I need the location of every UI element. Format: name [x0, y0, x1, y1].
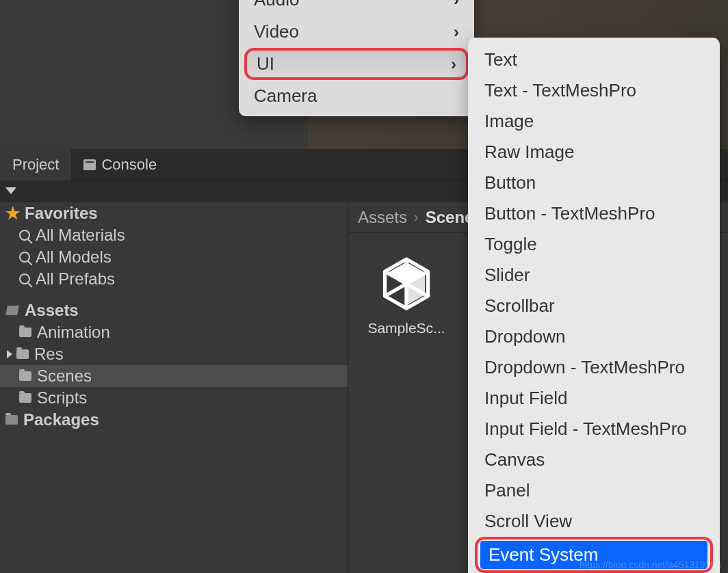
- ui-submenu: Text Text - TextMeshPro Image Raw Image …: [468, 38, 720, 573]
- console-icon: [83, 159, 96, 170]
- filter-dropdown-icon[interactable]: [5, 187, 16, 194]
- menu-item-canvas[interactable]: Canvas: [468, 444, 720, 475]
- folder-open-icon: [5, 306, 19, 315]
- folder-scripts[interactable]: Scripts: [0, 387, 348, 409]
- search-icon: [19, 252, 30, 263]
- favorites-header[interactable]: ★ Favorites: [0, 202, 348, 224]
- asset-label: SampleSc...: [362, 320, 451, 336]
- asset-samplescene[interactable]: SampleSc...: [362, 253, 451, 336]
- folder-icon: [19, 371, 31, 381]
- star-icon: ★: [5, 204, 21, 223]
- folder-icon: [19, 393, 31, 403]
- chevron-right-icon: ›: [414, 209, 419, 225]
- chevron-right-icon: ›: [451, 55, 456, 74]
- menu-item-camera[interactable]: Camera: [239, 80, 474, 112]
- menu-item-button-tmp[interactable]: Button - TextMeshPro: [468, 198, 720, 229]
- menu-item-slider[interactable]: Slider: [468, 260, 720, 291]
- breadcrumb-root[interactable]: Assets: [358, 208, 407, 227]
- watermark: https://blog.csdn.net/a451319296: [580, 559, 721, 570]
- favorite-all-materials[interactable]: All Materials: [0, 224, 348, 246]
- chevron-right-icon: ›: [454, 0, 459, 10]
- chevron-right-icon: ›: [454, 23, 459, 42]
- menu-item-image[interactable]: Image: [468, 106, 720, 137]
- menu-item-scroll-view[interactable]: Scroll View: [468, 506, 720, 537]
- menu-item-dropdown-tmp[interactable]: Dropdown - TextMeshPro: [468, 352, 720, 383]
- folder-scenes[interactable]: Scenes: [0, 365, 348, 387]
- folder-animation[interactable]: Animation: [0, 321, 348, 343]
- assets-header[interactable]: Assets: [0, 299, 348, 321]
- folder-icon: [5, 415, 18, 425]
- tab-project[interactable]: Project: [0, 149, 71, 181]
- expand-icon[interactable]: [7, 350, 12, 358]
- menu-item-scrollbar[interactable]: Scrollbar: [468, 291, 720, 321]
- menu-item-ui[interactable]: UI›: [244, 48, 469, 80]
- favorite-all-prefabs[interactable]: All Prefabs: [0, 268, 348, 290]
- gameobject-create-menu: Audio› Video› UI› Camera: [239, 0, 474, 116]
- menu-item-text-tmp[interactable]: Text - TextMeshPro: [468, 75, 720, 106]
- unity-scene-icon: [376, 253, 437, 315]
- menu-item-button[interactable]: Button: [468, 168, 720, 198]
- packages-header[interactable]: Packages: [0, 409, 348, 431]
- search-icon: [19, 274, 30, 284]
- menu-item-dropdown[interactable]: Dropdown: [468, 321, 720, 352]
- menu-item-video[interactable]: Video›: [239, 16, 474, 48]
- menu-item-text[interactable]: Text: [468, 44, 720, 75]
- folder-res[interactable]: Res: [0, 343, 348, 365]
- menu-item-panel[interactable]: Panel: [468, 475, 720, 506]
- menu-item-input-field[interactable]: Input Field: [468, 383, 720, 414]
- search-icon: [19, 230, 30, 241]
- filter-bar: [0, 181, 348, 201]
- folder-icon: [16, 349, 29, 359]
- tab-console[interactable]: Console: [71, 149, 169, 181]
- menu-item-raw-image[interactable]: Raw Image: [468, 137, 720, 168]
- menu-item-input-field-tmp[interactable]: Input Field - TextMeshPro: [468, 414, 720, 444]
- favorite-all-models[interactable]: All Models: [0, 246, 348, 268]
- menu-item-audio[interactable]: Audio›: [239, 0, 474, 16]
- menu-item-toggle[interactable]: Toggle: [468, 229, 720, 260]
- folder-icon: [19, 328, 31, 337]
- project-hierarchy: ★ Favorites All Materials All Models All…: [0, 202, 348, 573]
